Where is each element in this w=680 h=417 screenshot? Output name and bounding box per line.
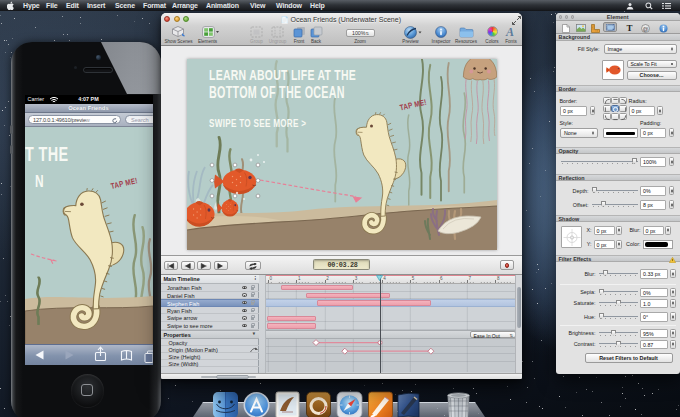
svg-text:N: N	[35, 172, 44, 190]
svg-text:@: @	[643, 25, 649, 31]
svg-text:LEARN ABOUT LIFE AT THE: LEARN ABOUT LIFE AT THE	[209, 66, 356, 82]
svg-text:T THE: T THE	[25, 142, 68, 165]
svg-text:BOTTOM OF THE OCEAN: BOTTOM OF THE OCEAN	[209, 83, 345, 101]
svg-text:SWIPE TO SEE MORE >: SWIPE TO SEE MORE >	[209, 116, 306, 129]
